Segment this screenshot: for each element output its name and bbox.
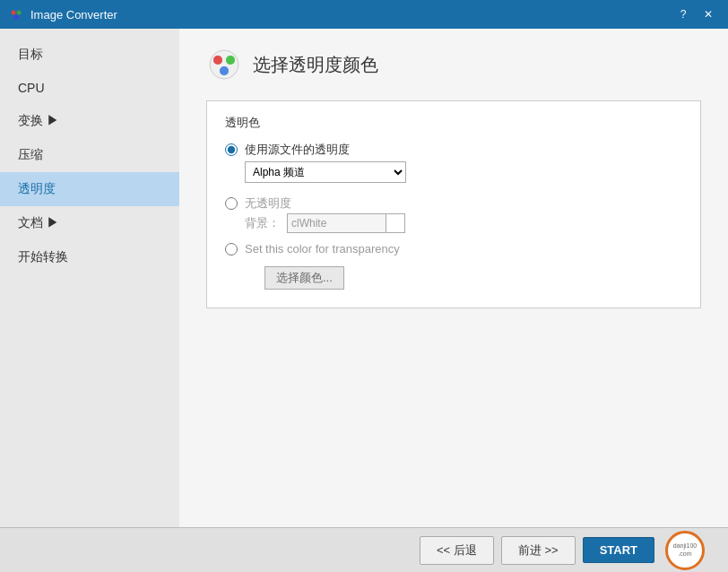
bg-value-box — [287, 213, 405, 233]
alpha-channel-dropdown[interactable]: Alpha 频道 — [245, 161, 406, 183]
label-use-source: 使用源文件的透明度 — [245, 142, 350, 158]
radio-set-color[interactable] — [225, 243, 238, 256]
app-icon — [9, 7, 23, 22]
title-bar-controls: ? ✕ — [672, 5, 719, 23]
option-no-transparency: 无透明度 背景： — [225, 195, 682, 233]
bg-row: 背景： — [245, 213, 682, 233]
label-set-color: Set this color for transparency — [245, 242, 400, 256]
svg-point-10 — [220, 66, 229, 75]
title-bar-title: Image Converter — [30, 8, 117, 22]
sidebar: 目标 CPU 变换 ▶ 压缩 透明度 文档 ▶ 开始转换 — [0, 29, 179, 527]
start-button[interactable]: START — [583, 537, 654, 563]
svg-point-2 — [17, 11, 22, 15]
svg-point-9 — [226, 56, 235, 65]
dropdown-row: Alpha 频道 — [245, 161, 682, 183]
sidebar-item-cpu[interactable]: CPU — [0, 72, 179, 104]
title-bar: Image Converter ? ✕ — [0, 0, 728, 29]
radio-no-transparency[interactable] — [225, 197, 238, 210]
bg-value-input — [287, 213, 386, 233]
svg-point-3 — [14, 15, 19, 20]
bottom-bar: << 后退 前进 >> START danji100.com — [0, 527, 728, 572]
watermark-badge: danji100.com — [665, 531, 705, 570]
radio-use-source[interactable] — [225, 143, 238, 156]
content-area: 选择透明度颜色 透明色 使用源文件的透明度 Alpha 频道 — [179, 29, 728, 527]
palette-icon — [206, 47, 242, 82]
help-button[interactable]: ? — [672, 5, 694, 23]
svg-point-1 — [12, 11, 16, 15]
transparency-panel: 透明色 使用源文件的透明度 Alpha 频道 — [206, 100, 701, 308]
option-use-source: 使用源文件的透明度 Alpha 频道 — [225, 142, 682, 186]
svg-point-8 — [213, 56, 222, 65]
radio-group: 使用源文件的透明度 Alpha 频道 无透明度 背景： — [225, 142, 682, 290]
main-container: 目标 CPU 变换 ▶ 压缩 透明度 文档 ▶ 开始转换 — [0, 29, 728, 527]
option-set-color: Set this color for transparency 选择颜色... — [225, 242, 682, 290]
sidebar-item-start[interactable]: 开始转换 — [0, 240, 179, 274]
bg-label: 背景： — [245, 215, 280, 231]
label-no-transparency: 无透明度 — [245, 195, 291, 212]
sidebar-item-target[interactable]: 目标 — [0, 38, 179, 72]
next-button[interactable]: 前进 >> — [501, 536, 576, 565]
close-button[interactable]: ✕ — [698, 5, 719, 23]
sidebar-item-compress[interactable]: 压缩 — [0, 138, 179, 172]
select-color-button[interactable]: 选择颜色... — [264, 266, 344, 290]
sidebar-item-transform[interactable]: 变换 ▶ — [0, 104, 179, 138]
sidebar-item-document[interactable]: 文档 ▶ — [0, 206, 179, 240]
sidebar-item-transparency[interactable]: 透明度 — [0, 172, 179, 206]
title-bar-left: Image Converter — [9, 7, 117, 22]
back-button[interactable]: << 后退 — [420, 536, 494, 565]
page-title: 选择透明度颜色 — [253, 53, 378, 77]
radio-row-set-color: Set this color for transparency — [225, 242, 682, 256]
panel-title: 透明色 — [225, 115, 682, 131]
bg-color-swatch[interactable] — [386, 213, 405, 233]
radio-row-no-transparency: 无透明度 — [225, 195, 682, 212]
page-header: 选择透明度颜色 — [206, 47, 701, 82]
radio-row-use-source: 使用源文件的透明度 — [225, 142, 682, 158]
